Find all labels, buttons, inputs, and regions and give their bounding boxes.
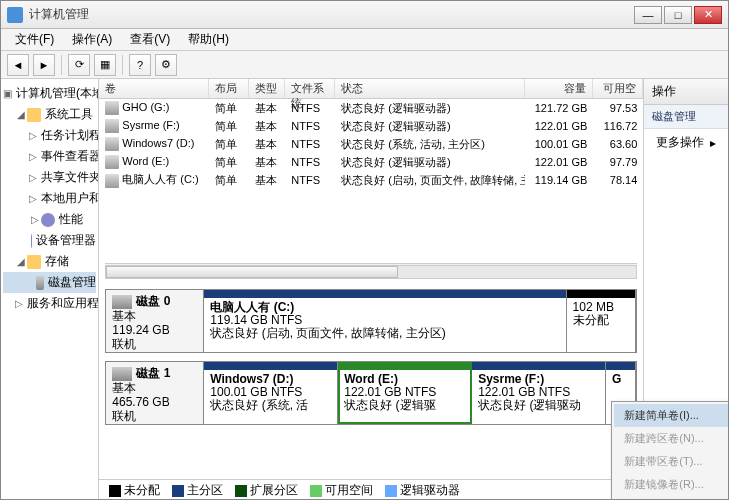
partition-d[interactable]: Windows7 (D:) 100.01 GB NTFS 状态良好 (系统, 活 [204, 362, 338, 424]
partition-name: Windows7 (D:) [210, 372, 293, 386]
partition-f[interactable]: Sysrme (F:) 122.01 GB NTFS 状态良好 (逻辑驱动 [472, 362, 606, 424]
volume-row[interactable]: Word (E:)简单基本NTFS状态良好 (逻辑驱动器)122.01 GB97… [99, 153, 643, 171]
volume-row[interactable]: 电脑人人有 (C:)简单基本NTFS状态良好 (启动, 页面文件, 故障转储, … [99, 171, 643, 189]
partition-unalloc[interactable]: 102 MB 未分配 [567, 290, 637, 352]
disk-title: 磁盘 1 [136, 366, 170, 380]
tree-label: 任务计划程序 [41, 127, 99, 144]
disk-0-row: 磁盘 0 基本 119.24 GB 联机 电脑人人有 (C:) 119.14 G… [105, 289, 637, 353]
partition-bar [606, 362, 635, 370]
disk-type: 基本 [112, 309, 136, 323]
disk-online: 联机 [112, 409, 136, 423]
back-button[interactable]: ◄ [7, 54, 29, 76]
partition-status: 状态良好 (启动, 页面文件, 故障转储, 主分区) [210, 326, 445, 340]
col-volume[interactable]: 卷 [99, 79, 209, 98]
partition-size: 122.01 GB NTFS [344, 385, 436, 399]
disk-size: 119.24 GB [112, 323, 169, 337]
disk-online: 联机 [112, 337, 136, 351]
volume-list-header: 卷 布局 类型 文件系统 状态 容量 可用空 [99, 79, 643, 99]
menu-view[interactable]: 查看(V) [122, 29, 178, 50]
tree-services[interactable]: ▷服务和应用程序 [3, 293, 96, 314]
col-status[interactable]: 状态 [335, 79, 525, 98]
close-button[interactable]: ✕ [694, 6, 722, 24]
partition-bar [567, 290, 636, 298]
partition-bar [338, 362, 471, 370]
tree-label: 本地用户和组 [41, 190, 99, 207]
tree-tasksched[interactable]: ▷任务计划程序 [3, 125, 96, 146]
maximize-button[interactable]: □ [664, 6, 692, 24]
volume-row[interactable]: GHO (G:)简单基本NTFS状态良好 (逻辑驱动器)121.72 GB97.… [99, 99, 643, 117]
partition-status: 状态良好 (逻辑驱 [344, 398, 435, 412]
col-type[interactable]: 类型 [249, 79, 285, 98]
settings-button[interactable]: ⚙ [155, 54, 177, 76]
tree-label: 服务和应用程序 [27, 295, 99, 312]
disk-icon [112, 295, 132, 309]
partition-status: 状态良好 (系统, 活 [210, 398, 308, 412]
ctx-new-stripe: 新建带区卷(T)... [614, 450, 729, 473]
partition-status: 状态良好 (逻辑驱动 [478, 398, 581, 412]
ctx-new-simple[interactable]: 新建简单卷(I)... [614, 404, 729, 427]
col-fs[interactable]: 文件系统 [285, 79, 335, 98]
tree-label: 系统工具 [45, 106, 93, 123]
ctx-new-raid5: 新建 RAID-5 卷(W)... [614, 496, 729, 500]
partition-bar [204, 290, 565, 298]
partition-status: 未分配 [573, 313, 609, 327]
menu-action[interactable]: 操作(A) [64, 29, 120, 50]
tree-label: 磁盘管理 [48, 274, 96, 291]
tree-devmgr[interactable]: 设备管理器 [3, 230, 96, 251]
menubar: 文件(F) 操作(A) 查看(V) 帮助(H) [1, 29, 728, 51]
disk-size: 465.76 GB [112, 395, 169, 409]
disk-icon [112, 367, 132, 381]
col-layout[interactable]: 布局 [209, 79, 249, 98]
volume-list-body[interactable]: GHO (G:)简单基本NTFS状态良好 (逻辑驱动器)121.72 GB97.… [99, 99, 643, 229]
col-free[interactable]: 可用空 [593, 79, 643, 98]
horizontal-scrollbar[interactable] [105, 263, 637, 279]
disk-map-area: 磁盘 0 基本 119.24 GB 联机 电脑人人有 (C:) 119.14 G… [99, 289, 643, 479]
partition-c[interactable]: 电脑人人有 (C:) 119.14 GB NTFS 状态良好 (启动, 页面文件… [204, 290, 566, 352]
help-button[interactable]: ? [129, 54, 151, 76]
partition-size: 122.01 GB NTFS [478, 385, 570, 399]
col-capacity[interactable]: 容量 [525, 79, 593, 98]
disk-1-info[interactable]: 磁盘 1 基本 465.76 GB 联机 [106, 362, 204, 424]
refresh-button[interactable]: ⟳ [68, 54, 90, 76]
titlebar: 计算机管理 — □ ✕ [1, 1, 728, 29]
partition-name: Word (E:) [344, 372, 398, 386]
nav-tree[interactable]: ▣计算机管理(本地) ◢系统工具 ▷任务计划程序 ▷事件查看器 ▷共享文件夹 ▷… [1, 79, 99, 500]
partition-bar [472, 362, 605, 370]
partition-name: Sysrme (F:) [478, 372, 544, 386]
chevron-right-icon: ▸ [710, 136, 716, 150]
ctx-new-span: 新建跨区卷(N)... [614, 427, 729, 450]
forward-button[interactable]: ► [33, 54, 55, 76]
partition-size: 102 MB [573, 300, 614, 314]
tree-label: 存储 [45, 253, 69, 270]
tree-sharedfolders[interactable]: ▷共享文件夹 [3, 167, 96, 188]
menu-help[interactable]: 帮助(H) [180, 29, 237, 50]
tree-label: 设备管理器 [36, 232, 96, 249]
tree-storage[interactable]: ◢存储 [3, 251, 96, 272]
legend-unalloc: 未分配 [109, 482, 160, 499]
tree-systools[interactable]: ◢系统工具 [3, 104, 96, 125]
tree-localusers[interactable]: ▷本地用户和组 [3, 188, 96, 209]
legend: 未分配 主分区 扩展分区 可用空间 逻辑驱动器 [99, 479, 643, 500]
separator [61, 55, 62, 75]
view-button[interactable]: ▦ [94, 54, 116, 76]
tree-diskmgmt[interactable]: 磁盘管理 [3, 272, 96, 293]
volume-row[interactable]: Sysrme (F:)简单基本NTFS状态良好 (逻辑驱动器)122.01 GB… [99, 117, 643, 135]
legend-primary: 主分区 [172, 482, 223, 499]
tree-label: 共享文件夹 [41, 169, 99, 186]
actions-section[interactable]: 磁盘管理 [644, 105, 728, 129]
minimize-button[interactable]: — [634, 6, 662, 24]
tree-root[interactable]: ▣计算机管理(本地) [3, 83, 96, 104]
partition-name: 电脑人人有 (C:) [210, 300, 294, 314]
legend-logical: 逻辑驱动器 [385, 482, 460, 499]
disk-0-info[interactable]: 磁盘 0 基本 119.24 GB 联机 [106, 290, 204, 352]
partition-size: 119.14 GB NTFS [210, 313, 302, 327]
tree-eventviewer[interactable]: ▷事件查看器 [3, 146, 96, 167]
toolbar: ◄ ► ⟳ ▦ ? ⚙ [1, 51, 728, 79]
partition-e[interactable]: Word (E:) 122.01 GB NTFS 状态良好 (逻辑驱 [338, 362, 472, 424]
legend-extended: 扩展分区 [235, 482, 298, 499]
legend-free: 可用空间 [310, 482, 373, 499]
tree-perf[interactable]: ▷性能 [3, 209, 96, 230]
actions-more[interactable]: 更多操作▸ [644, 129, 728, 156]
volume-row[interactable]: Windows7 (D:)简单基本NTFS状态良好 (系统, 活动, 主分区)1… [99, 135, 643, 153]
menu-file[interactable]: 文件(F) [7, 29, 62, 50]
